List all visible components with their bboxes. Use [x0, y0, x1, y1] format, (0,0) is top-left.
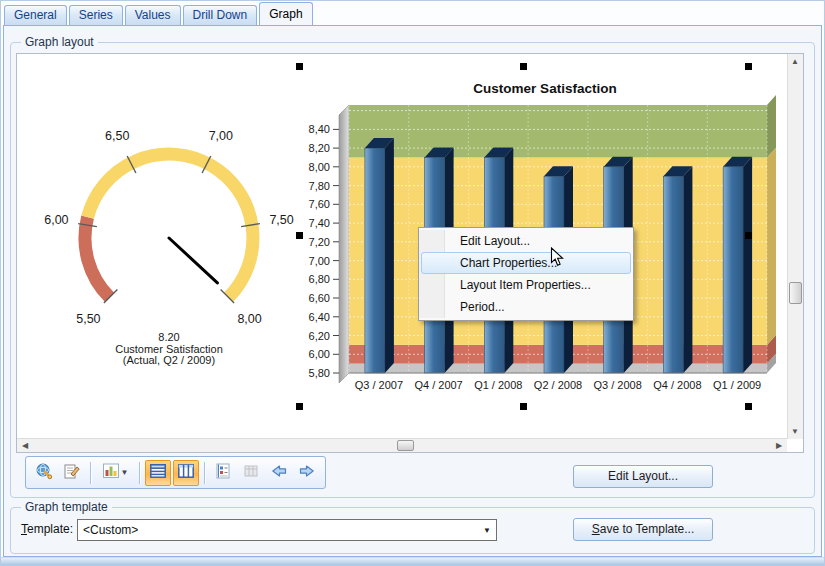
svg-text:6,00: 6,00 [309, 348, 330, 360]
data-table-icon [242, 462, 260, 484]
svg-text:Q4 / 2007: Q4 / 2007 [414, 379, 462, 391]
chevron-down-icon[interactable]: ▼ [479, 521, 495, 539]
page-edit-icon [63, 462, 81, 484]
graph-template-groupbox: Graph template Template: <Custom> ▼ Save… [10, 507, 815, 554]
horizontal-scroll-thumb[interactable] [397, 440, 414, 451]
scroll-up-icon[interactable]: ▲ [788, 55, 802, 68]
chevron-down-icon[interactable]: ▼ [121, 468, 129, 477]
table-rows-icon [149, 462, 167, 484]
toolbar-separator [139, 462, 140, 484]
chart-properties-button[interactable] [31, 460, 57, 486]
vertical-scrollbar[interactable]: ▲ ▼ [787, 54, 803, 439]
globe-wrench-icon [35, 462, 53, 484]
scroll-down-icon[interactable]: ▼ [788, 425, 802, 438]
svg-text:8,00: 8,00 [309, 161, 330, 173]
svg-text:Q4 / 2008: Q4 / 2008 [653, 379, 701, 391]
next-button[interactable] [294, 460, 320, 486]
selection-handle[interactable] [520, 63, 527, 70]
svg-text:8,00: 8,00 [237, 312, 261, 326]
svg-text:6,40: 6,40 [309, 311, 330, 323]
svg-text:5,50: 5,50 [76, 312, 100, 326]
selection-handle[interactable] [296, 232, 303, 239]
svg-text:7,00: 7,00 [309, 255, 330, 267]
tab-strip: General Series Values Drill Down Graph [4, 3, 315, 25]
edit-properties-button[interactable] [59, 460, 85, 486]
table-columns-icon [177, 462, 195, 484]
graph-settings-dialog: General Series Values Drill Down Graph G… [0, 0, 825, 566]
template-selected-value: <Custom> [83, 523, 138, 537]
svg-text:7,60: 7,60 [309, 198, 330, 210]
graph-toolbar: ▼ [25, 456, 326, 489]
tab-general[interactable]: General [4, 5, 67, 25]
tab-graph[interactable]: Graph [259, 2, 312, 25]
graph-layout-group-title: Graph layout [21, 35, 98, 49]
graph-canvas: 5,506,006,507,007,508,008.20Customer Sat… [17, 54, 787, 439]
edit-layout-button[interactable]: Edit Layout... [573, 465, 713, 488]
svg-text:6,50: 6,50 [105, 129, 129, 143]
graph-template-group-title: Graph template [21, 500, 112, 514]
svg-text:6,20: 6,20 [309, 330, 330, 342]
mouse-cursor-icon [550, 247, 565, 272]
gauge-chart[interactable]: 5,506,006,507,007,508,008.20Customer Sat… [39, 88, 309, 398]
svg-text:Q1 / 2009: Q1 / 2009 [713, 379, 761, 391]
svg-text:Q2 / 2008: Q2 / 2008 [534, 379, 582, 391]
svg-text:Q3 / 2008: Q3 / 2008 [594, 379, 642, 391]
graph-canvas-frame: 5,506,006,507,007,508,008.20Customer Sat… [16, 53, 804, 453]
legend-button[interactable] [210, 460, 236, 486]
svg-text:Q1 / 2008: Q1 / 2008 [474, 379, 522, 391]
template-label: Template: [21, 522, 73, 536]
menu-item-chart-properties[interactable]: Chart Properties... [421, 252, 631, 274]
scroll-left-icon[interactable]: ◀ [18, 439, 32, 452]
svg-text:Q3 / 2007: Q3 / 2007 [355, 379, 403, 391]
selection-handle[interactable] [745, 403, 752, 410]
svg-text:6,00: 6,00 [44, 213, 68, 227]
arrow-left-icon [270, 462, 288, 484]
legend-list-icon [214, 462, 232, 484]
tab-values[interactable]: Values [125, 5, 181, 25]
layout-rows-button[interactable] [145, 460, 171, 486]
svg-text:7,50: 7,50 [269, 213, 293, 227]
svg-text:7,80: 7,80 [309, 180, 330, 192]
svg-text:Customer Satisfaction: Customer Satisfaction [115, 343, 223, 355]
scroll-right-icon[interactable]: ▶ [772, 439, 786, 452]
selection-handle[interactable] [296, 63, 303, 70]
svg-text:6,60: 6,60 [309, 292, 330, 304]
chart-type-button[interactable]: ▼ [96, 460, 134, 486]
svg-text:5,80: 5,80 [309, 367, 330, 379]
layout-columns-button[interactable] [173, 460, 199, 486]
vertical-scroll-thumb[interactable] [789, 282, 802, 304]
graph-layout-groupbox: Graph layout 5,506,006,507,007,508,008.2… [10, 42, 815, 498]
menu-item-period[interactable]: Period... [421, 296, 631, 318]
selection-handle[interactable] [745, 232, 752, 239]
toolbar-separator [204, 462, 205, 484]
svg-text:(Actual, Q2 / 2009): (Actual, Q2 / 2009) [123, 354, 215, 366]
graph-tab-panel: Graph layout 5,506,006,507,007,508,008.2… [3, 25, 822, 557]
svg-text:7,00: 7,00 [209, 129, 233, 143]
arrow-right-icon [298, 462, 316, 484]
selection-handle[interactable] [296, 403, 303, 410]
svg-text:7,40: 7,40 [309, 217, 330, 229]
svg-text:8,40: 8,40 [309, 123, 330, 135]
selection-handle[interactable] [745, 63, 752, 70]
bar-chart-icon [102, 462, 120, 484]
svg-text:7,20: 7,20 [309, 236, 330, 248]
horizontal-scrollbar[interactable]: ◀ ▶ [17, 438, 787, 452]
window-bottom-edge [1, 557, 825, 566]
save-to-template-button[interactable]: Save to Template... [573, 518, 713, 541]
menu-item-edit-layout[interactable]: Edit Layout... [421, 230, 631, 252]
svg-text:Customer Satisfaction: Customer Satisfaction [473, 81, 616, 96]
tab-drill-down[interactable]: Drill Down [183, 5, 258, 25]
tab-series[interactable]: Series [69, 5, 123, 25]
previous-button[interactable] [266, 460, 292, 486]
menu-item-layout-item-properties[interactable]: Layout Item Properties... [421, 274, 631, 296]
svg-text:8.20: 8.20 [158, 331, 179, 343]
svg-text:6,80: 6,80 [309, 273, 330, 285]
template-combobox[interactable]: <Custom> ▼ [77, 519, 497, 541]
toolbar-separator [90, 462, 91, 484]
context-menu: Edit Layout... Chart Properties... Layou… [418, 227, 634, 321]
svg-text:8,20: 8,20 [309, 142, 330, 154]
data-table-button[interactable] [238, 460, 264, 486]
selection-handle[interactable] [520, 403, 527, 410]
